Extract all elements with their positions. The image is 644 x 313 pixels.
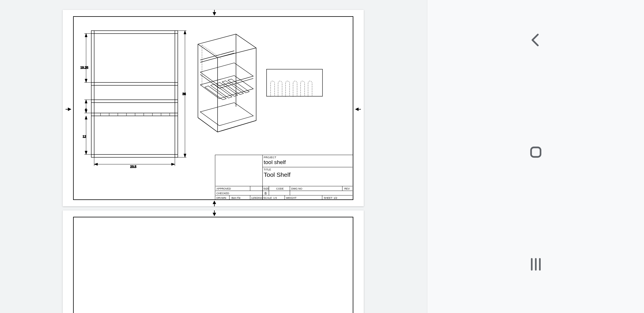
dim-height-total: 36 — [182, 92, 186, 96]
tb-weight-label: WEIGHT — [286, 196, 296, 199]
tb-code-label: CODE — [276, 187, 284, 190]
drawing-frame — [73, 217, 353, 313]
tb-rev-label: REV — [344, 187, 350, 190]
tb-dwgno-label: DWG NO — [291, 187, 302, 190]
system-nav-bar — [427, 0, 644, 313]
centering-mark-bottom-icon — [213, 201, 216, 204]
drawing-sheet-2 — [63, 210, 364, 313]
tb-title-value: Tool Shelf — [264, 171, 290, 178]
tb-project-value: tool shelf — [264, 159, 286, 165]
svg-marker-56 — [200, 76, 253, 99]
tb-scale-value: 1:5 — [273, 196, 277, 199]
centering-mark-right-icon — [355, 108, 359, 111]
isometric-view — [198, 34, 256, 132]
tb-size-label: SIZE — [263, 187, 269, 190]
nav-back-button[interactable] — [528, 32, 544, 48]
tb-drawn-name: Ben Fle — [231, 196, 240, 199]
nav-recents-button[interactable] — [528, 256, 544, 272]
centering-mark-top-icon — [213, 213, 216, 216]
tb-size-value: B — [265, 192, 267, 195]
drawing-sheet-1: 36 23.5 19.25 4 12 — [63, 10, 364, 206]
drawing-frame: 36 23.5 19.25 4 12 — [73, 16, 353, 200]
svg-line-51 — [200, 51, 234, 60]
tb-project-label: PROJECT — [264, 156, 276, 159]
svg-marker-36 — [85, 34, 87, 37]
svg-marker-43 — [85, 151, 87, 154]
svg-rect-80 — [531, 148, 540, 157]
tb-scale-label: SCALE — [263, 196, 272, 199]
dim-width: 23.5 — [130, 165, 136, 168]
tb-drawn-date: 12/6/2019 — [251, 196, 263, 199]
svg-line-50 — [218, 121, 256, 132]
svg-marker-24 — [184, 154, 186, 157]
svg-line-54 — [200, 74, 219, 88]
dim-height-top: 19.25 — [80, 66, 88, 69]
tb-sheet-label: SHEET — [324, 196, 332, 199]
tb-title-label: TITLE — [264, 168, 271, 171]
svg-line-49 — [198, 118, 218, 132]
svg-marker-23 — [184, 31, 186, 34]
dim-height-bot: 12 — [83, 135, 86, 138]
svg-rect-0 — [91, 31, 178, 157]
front-view — [91, 31, 178, 157]
svg-line-52 — [200, 53, 234, 62]
svg-marker-37 — [85, 79, 87, 83]
document-viewport[interactable]: 36 23.5 19.25 4 12 — [0, 0, 427, 313]
recents-icon — [528, 256, 544, 272]
detail-view — [267, 69, 323, 96]
tb-checked-label: CHECKED — [216, 192, 229, 195]
svg-marker-62 — [200, 103, 253, 125]
tb-drawn-label: DRAWN — [216, 196, 226, 199]
svg-line-46 — [198, 44, 218, 58]
centering-mark-top-icon — [213, 12, 216, 16]
svg-line-64 — [202, 45, 221, 58]
svg-marker-42 — [85, 116, 87, 119]
nav-home-button[interactable] — [528, 144, 544, 160]
svg-marker-29 — [171, 163, 175, 165]
chevron-left-icon — [528, 32, 544, 48]
svg-marker-28 — [94, 163, 98, 165]
dim-height-mid: 4 — [85, 108, 87, 111]
centering-mark-left-icon — [68, 108, 71, 111]
tb-sheet-value: 1/2 — [334, 196, 337, 199]
tb-approved-label: APPROVED — [216, 187, 231, 190]
title-block: PROJECT tool shelf TITLE Tool Shelf APPR… — [215, 155, 353, 199]
home-outline-icon — [528, 144, 544, 160]
svg-rect-65 — [267, 69, 323, 96]
svg-marker-39 — [85, 100, 87, 103]
